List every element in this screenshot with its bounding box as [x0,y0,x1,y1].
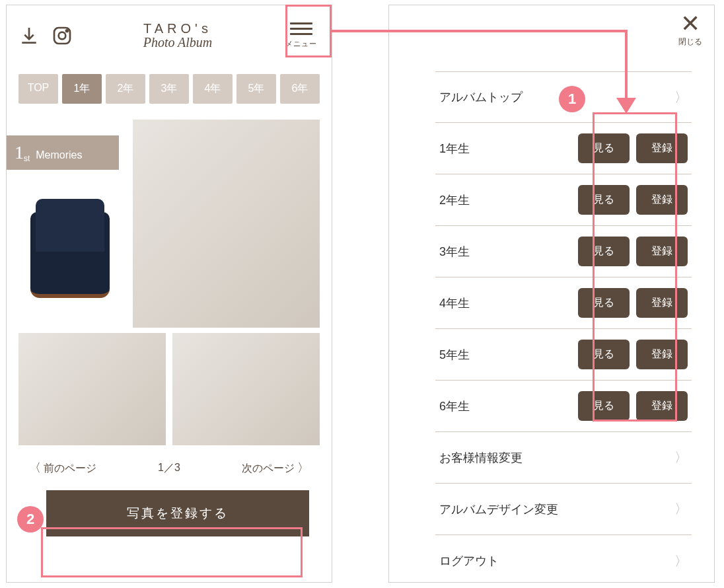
memories-label: Memories [36,149,82,161]
grade-label: 6年生 [439,398,578,414]
photo-gallery: 1st Memories [7,108,332,445]
chevron-right-icon: 〉 [674,89,688,106]
svg-point-1 [59,32,66,40]
arrow-down-icon [616,98,636,114]
close-icon: ✕ [678,15,702,34]
menu-item-label: アルバムトップ [439,89,674,105]
memories-number: 1 [15,142,24,163]
tab-year-3[interactable]: 3年 [149,74,189,104]
callout-badge-1: 1 [559,86,585,112]
owner-name: TARO's [73,21,283,36]
download-icon[interactable] [18,25,40,46]
chevron-left-icon: 〈 [29,461,41,474]
tab-year-1[interactable]: 1年 [62,74,102,104]
menu-item-label: ログアウト [439,553,674,569]
album-subtitle: Photo Album [73,35,283,50]
annotation-arrow [625,30,628,102]
close-label: 閉じる [678,36,702,48]
instagram-icon[interactable] [52,25,73,46]
annotation-arrow [330,30,628,32]
callout-box-menu [285,5,332,57]
next-page[interactable]: 次のページ 〉 [242,460,309,476]
grade-label: 3年生 [439,244,578,260]
child-photo-thumb-1[interactable] [18,333,166,445]
grade-label: 5年生 [439,347,578,363]
pager: 〈 前のページ 1／3 次のページ 〉 [7,445,332,490]
tab-top[interactable]: TOP [18,74,58,104]
chevron-right-icon: 〉 [674,500,688,518]
tab-year-4[interactable]: 4年 [193,74,233,104]
grade-label: 1年生 [439,141,578,157]
close-button[interactable]: ✕ 閉じる [678,15,702,48]
menu-item-label: アルバムデザイン変更 [439,501,674,517]
album-title: TARO's Photo Album [73,21,283,50]
chevron-right-icon: 〉 [674,449,688,466]
header: TARO's Photo Album メニュー [7,5,332,62]
menu-item-label: お客様情報変更 [439,450,674,466]
child-photo-thumb-2[interactable] [172,333,320,445]
prev-label: 前のページ [44,462,96,474]
callout-badge-2: 2 [17,506,44,533]
child-photo-main[interactable] [133,120,320,328]
callout-box-register-button [41,527,303,577]
next-label: 次のページ [242,462,295,474]
grade-label: 4年生 [439,295,578,311]
memories-suffix: st [24,154,30,163]
grade-label: 2年生 [439,192,578,208]
page-indicator: 1／3 [158,461,180,475]
bag-photo[interactable] [18,199,121,324]
svg-point-2 [66,30,68,32]
tab-year-6[interactable]: 6年 [280,74,320,104]
album-screen: TARO's Photo Album メニュー TOP 1年 2年 3年 4年 … [6,5,332,583]
prev-page[interactable]: 〈 前のページ [29,460,96,476]
menu-design-change[interactable]: アルバムデザイン変更 〉 [435,484,692,535]
menu-logout[interactable]: ログアウト 〉 [435,535,692,587]
memories-banner: 1st Memories [7,135,119,170]
chevron-right-icon: 〉 [297,461,309,474]
menu-customer-info[interactable]: お客様情報変更 〉 [435,432,692,484]
tab-year-5[interactable]: 5年 [236,74,276,104]
chevron-right-icon: 〉 [674,552,688,570]
tab-year-2[interactable]: 2年 [106,74,145,104]
year-tabs: TOP 1年 2年 3年 4年 5年 6年 [7,62,332,108]
callout-box-register-column [593,112,677,422]
